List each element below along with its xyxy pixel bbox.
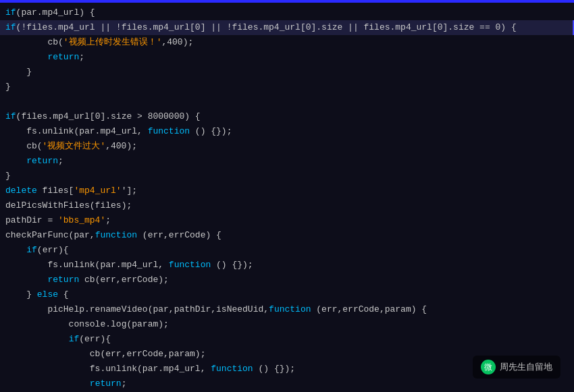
code-line: } else { <box>0 287 574 302</box>
code-line: if(par.mp4_url) { <box>0 5 574 20</box>
code-line: if(err){ <box>0 332 574 347</box>
code-line: delPicsWithFiles(files); <box>0 198 574 213</box>
code-line: return; <box>0 154 574 169</box>
code-line: return cb(err,errCode); <box>0 273 574 287</box>
code-line: if(files.mp4_url[0].size > 8000000) { <box>0 109 574 124</box>
code-line: picHelp.renameVideo(par,pathDir,isNeedUi… <box>0 302 574 317</box>
code-line: return; <box>0 376 574 391</box>
watermark: 微 周先生自留地 <box>473 356 560 379</box>
watermark-text: 周先生自留地 <box>500 361 552 373</box>
code-line: checkParFunc(par,function (err,errCode) … <box>0 228 574 243</box>
code-line: if(!files.mp4_url || !files.mp4_url[0] |… <box>0 20 574 35</box>
code-editor: if(par.mp4_url) {if(!files.mp4_url || !f… <box>0 0 574 392</box>
code-line: } <box>0 80 574 94</box>
code-line: pathDir = 'bbs_mp4'; <box>0 213 574 228</box>
watermark-logo: 微 <box>484 362 492 373</box>
code-line: fs.unlink(par.mp4_url, function () {}); <box>0 124 574 139</box>
code-line: fs.unlink(par.mp4_url, function () {}); <box>0 258 574 273</box>
code-line: console.log(param); <box>0 317 574 332</box>
code-line: } <box>0 65 574 80</box>
code-block: if(par.mp4_url) {if(!files.mp4_url || !f… <box>0 3 574 392</box>
code-line: delete files['mp4_url'']; <box>0 184 574 198</box>
code-line: } <box>0 169 574 184</box>
watermark-icon: 微 <box>481 360 496 374</box>
code-line: return; <box>0 50 574 65</box>
code-line: cb('视频文件过大',400); <box>0 139 574 154</box>
code-line: cb('视频上传时发生错误！',400); <box>0 35 574 50</box>
code-line: if(err){ <box>0 243 574 258</box>
code-line <box>0 94 574 109</box>
